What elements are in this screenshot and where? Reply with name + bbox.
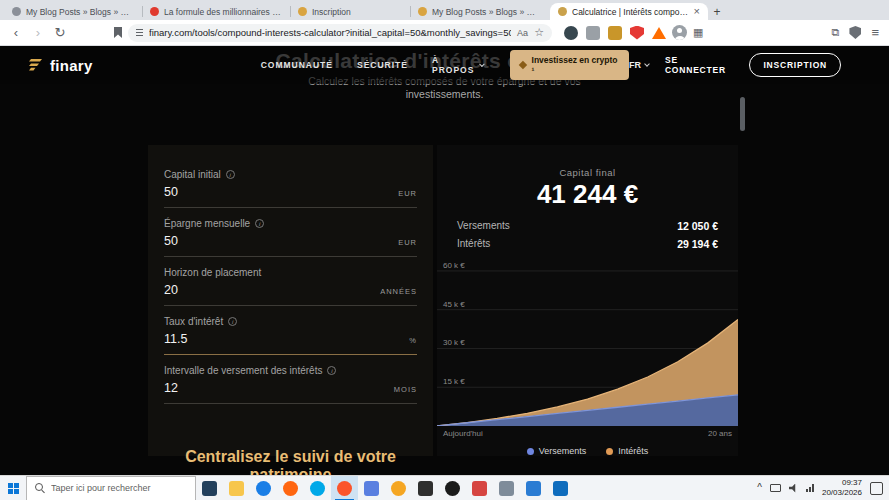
tab-favicon	[12, 7, 21, 16]
taskbar-app-edge[interactable]	[250, 476, 277, 500]
site-settings-icon[interactable]	[136, 29, 143, 36]
taskbar-app-app-gray[interactable]	[493, 476, 520, 500]
info-icon[interactable]: i	[327, 366, 336, 375]
bookmark-icon[interactable]	[114, 27, 122, 38]
tab-title: Inscription	[312, 7, 402, 17]
language-selector[interactable]: FR	[629, 60, 649, 70]
extension-rewards-icon[interactable]	[652, 27, 666, 39]
recorder-icon	[445, 481, 460, 496]
tab-close-icon[interactable]: ×	[694, 6, 700, 17]
browser-tab-4[interactable]: My Blog Posts » Blogs » Markethive	[410, 3, 550, 20]
field-intervalle-versement: Intervalle de versement des intérêtsi 12…	[164, 365, 417, 404]
display-tray-icon[interactable]	[770, 484, 781, 492]
reload-icon[interactable]: ↻	[52, 26, 68, 39]
finary-logo-icon	[28, 58, 44, 72]
bookmark-star-icon[interactable]: ☆	[534, 27, 544, 38]
capital-final-value: 41 244 €	[437, 181, 738, 208]
skype-icon	[310, 481, 325, 496]
network-tray-icon[interactable]	[806, 484, 814, 492]
field-unit: EUR	[398, 238, 417, 247]
next-section-heading: Centralisez le suivi de votre patrimoine	[148, 448, 433, 475]
page-scrollbar-thumb[interactable]	[740, 97, 745, 131]
compound-interest-chart[interactable]: 15 k €30 k €45 k €60 k €	[437, 258, 738, 426]
browser-tab-3[interactable]: Inscription	[290, 3, 410, 20]
field-capital-initial: Capital initiali 50 EUR	[164, 169, 417, 208]
browser-tab-1[interactable]: My Blog Posts » Blogs » Markethive	[4, 3, 142, 20]
search-icon	[35, 483, 45, 493]
result-row-interets: Intérêts 29 194 €	[457, 238, 718, 250]
translate-icon[interactable]: Aa	[517, 28, 528, 38]
taskbar-app-store[interactable]	[547, 476, 574, 500]
taskbar-search[interactable]: Taper ici pour rechercher	[26, 476, 196, 500]
legend-interets: Intérêts	[606, 446, 648, 456]
field-unit: EUR	[398, 189, 417, 198]
field-unit: ANNÉES	[380, 287, 417, 296]
finary-logo[interactable]: finary	[28, 57, 93, 74]
field-label: Capital initial	[164, 169, 221, 180]
taskbar-app-app-orange[interactable]	[385, 476, 412, 500]
url-text: finary.com/tools/compound-interests-calc…	[149, 27, 511, 38]
tab-favicon	[150, 7, 159, 16]
calculator-results: Capital final 41 244 € Versements 12 050…	[437, 145, 738, 456]
chevron-down-icon	[479, 61, 484, 66]
intervalle-versement-input[interactable]: 12	[164, 381, 178, 395]
taskbar-app-file-explorer[interactable]	[223, 476, 250, 500]
screen: My Blog Posts » Blogs » Markethive La fo…	[0, 0, 889, 500]
taskbar-app-skype[interactable]	[304, 476, 331, 500]
signup-button[interactable]: INSCRIPTION	[749, 53, 841, 77]
info-icon[interactable]: i	[228, 317, 237, 326]
x-axis-label-left: Aujourd'hui	[443, 429, 483, 438]
volume-tray-icon[interactable]	[789, 484, 798, 493]
sidebar-panel-icon[interactable]: ⧉	[832, 27, 840, 38]
crypto-badge-label: Investissez en crypto ¹	[532, 55, 619, 75]
legend-versements: Versements	[527, 446, 587, 456]
extension-gold-icon[interactable]	[608, 26, 622, 40]
start-button[interactable]	[0, 476, 26, 500]
nav-a-propos[interactable]: À PROPOS	[432, 55, 484, 75]
calculator: Capital initiali 50 EUR Épargne mensuell…	[148, 145, 738, 456]
epargne-mensuelle-input[interactable]: 50	[164, 234, 178, 248]
new-tab-button[interactable]: +	[708, 3, 726, 20]
hidden-icons-chevron[interactable]: ^	[757, 483, 762, 493]
browser-tab-2[interactable]: La formule des millionnaires : les intr	[142, 3, 290, 20]
taux-interet-input[interactable]: 11.5	[164, 332, 187, 346]
taskbar-app-office[interactable]	[466, 476, 493, 500]
field-label: Intervalle de versement des intérêts	[164, 365, 322, 376]
svg-text:45 k €: 45 k €	[443, 300, 465, 309]
taskbar-app-stats[interactable]	[520, 476, 547, 500]
stats-icon	[526, 481, 541, 496]
extension-password-icon[interactable]	[564, 26, 578, 40]
taskbar-clock[interactable]: 09:37 20/03/2026	[822, 478, 862, 499]
crypto-badge[interactable]: Investissez en crypto ¹	[510, 50, 629, 80]
extension-adblock-icon[interactable]	[630, 26, 644, 40]
shields-icon[interactable]	[849, 26, 861, 39]
browser-tab-active[interactable]: Calculatrice | Intérêts composés ×	[550, 3, 708, 20]
extension-gray-icon[interactable]	[586, 26, 600, 40]
login-button[interactable]: SE CONNECTER	[665, 55, 734, 75]
info-icon[interactable]: i	[255, 219, 264, 228]
info-icon[interactable]: i	[226, 170, 235, 179]
profile-avatar[interactable]	[672, 25, 687, 40]
field-epargne-mensuelle: Épargne mensuellei 50 EUR	[164, 218, 417, 257]
nav-communaute[interactable]: COMMUNAUTÉ	[261, 60, 333, 70]
horizon-placement-input[interactable]: 20	[164, 283, 178, 297]
taskbar-app-recorder[interactable]	[439, 476, 466, 500]
taskbar-app-photos[interactable]	[358, 476, 385, 500]
taskbar-app-monitor[interactable]	[196, 476, 223, 500]
taskbar-app-firefox[interactable]	[277, 476, 304, 500]
capital-initial-input[interactable]: 50	[164, 185, 178, 199]
taskbar-apps	[196, 476, 574, 500]
menu-icon[interactable]: ≡	[871, 26, 879, 39]
back-icon[interactable]: ‹	[8, 26, 24, 39]
forward-icon[interactable]: ›	[30, 26, 46, 39]
toolbar-right-cluster: ⧉ ≡	[832, 26, 881, 39]
address-bar[interactable]: finary.com/tools/compound-interests-calc…	[128, 24, 552, 42]
nav-securite[interactable]: SÉCURITÉ	[357, 60, 408, 70]
taskbar-app-vlc[interactable]	[412, 476, 439, 500]
clock-date: 20/03/2026	[822, 488, 862, 498]
svg-text:30 k €: 30 k €	[443, 339, 465, 348]
taskbar-app-brave[interactable]	[331, 476, 358, 500]
apps-grid-icon[interactable]: ▦	[693, 27, 703, 38]
action-center-icon[interactable]	[870, 482, 883, 495]
photos-icon	[364, 481, 379, 496]
